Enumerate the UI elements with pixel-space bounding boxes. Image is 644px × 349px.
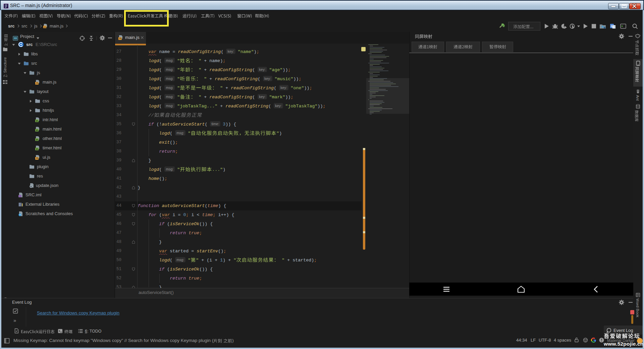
svg-text:H: H	[36, 129, 38, 132]
svg-text:H: H	[36, 139, 38, 141]
svg-text:H: H	[36, 120, 38, 122]
svg-text:JS: JS	[44, 26, 46, 28]
svg-text:H: H	[36, 148, 38, 150]
svg-text:JS: JS	[36, 157, 39, 159]
svg-text:JS: JS	[119, 37, 122, 40]
svg-text:JS: JS	[36, 82, 39, 84]
